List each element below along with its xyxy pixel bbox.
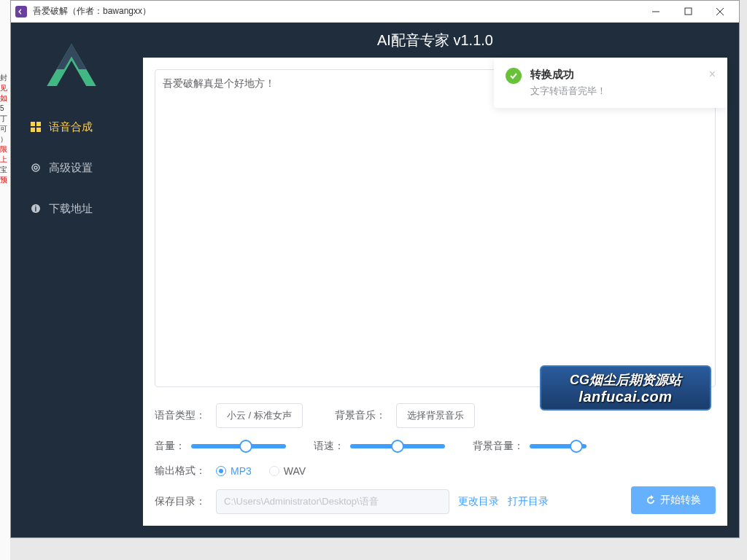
- radio-mp3[interactable]: MP3: [216, 465, 252, 477]
- start-convert-button[interactable]: 开始转换: [631, 486, 716, 514]
- watermark: CG烟尘后期资源站 lanfucai.com: [540, 365, 711, 411]
- save-dir-label: 保存目录：: [155, 495, 207, 508]
- start-button-label: 开始转换: [660, 494, 701, 507]
- output-format-label: 输出格式：: [155, 464, 207, 478]
- speed-slider[interactable]: [350, 444, 445, 448]
- bg-music-select[interactable]: 选择背景音乐: [396, 403, 475, 428]
- open-dir-link[interactable]: 打开目录: [508, 495, 549, 508]
- minimize-button[interactable]: [641, 1, 670, 22]
- success-icon: [506, 68, 522, 84]
- logo: [11, 23, 131, 106]
- grid-icon: [30, 121, 42, 133]
- nav-download[interactable]: i 下载地址: [11, 188, 131, 229]
- radio-wav[interactable]: WAV: [269, 465, 306, 477]
- nav-label: 语音合成: [49, 120, 93, 134]
- voice-type-select[interactable]: 小云 / 标准女声: [216, 403, 303, 428]
- svg-text:i: i: [35, 205, 37, 213]
- bg-volume-label: 背景音量：: [473, 440, 524, 453]
- nav-advanced-settings[interactable]: 高级设置: [11, 147, 131, 188]
- voice-type-label: 语音类型：: [155, 409, 207, 422]
- app-title: AI配音专家 v1.1.0: [131, 23, 739, 58]
- toast-close-button[interactable]: ×: [709, 68, 716, 81]
- save-dir-input: C:\Users\Administrator\Desktop\语音: [216, 489, 449, 514]
- svg-rect-1: [685, 8, 692, 15]
- sidebar: 语音合成 高级设置 i 下载地址: [11, 23, 131, 537]
- bg-music-label: 背景音乐：: [335, 409, 387, 422]
- nav-voice-synthesis[interactable]: 语音合成: [11, 106, 131, 147]
- svg-marker-5: [56, 44, 85, 69]
- svg-rect-6: [31, 122, 35, 126]
- speed-label: 语速：: [314, 440, 344, 453]
- svg-rect-7: [36, 122, 41, 126]
- nav-label: 高级设置: [49, 161, 93, 175]
- app-icon: [15, 6, 27, 18]
- titlebar-title: 吾爱破解（作者：bawangxx）: [33, 5, 641, 18]
- svg-rect-9: [36, 128, 41, 132]
- refresh-icon: [646, 495, 656, 505]
- toast-message: 文字转语音完毕！: [530, 85, 700, 98]
- radio-icon: [216, 466, 226, 476]
- app-window: 吾爱破解（作者：bawangxx）: [10, 0, 740, 538]
- volume-slider[interactable]: [191, 444, 286, 448]
- svg-point-11: [34, 166, 37, 169]
- text-input[interactable]: [155, 70, 715, 386]
- radio-label: MP3: [231, 465, 252, 477]
- bg-volume-slider[interactable]: [530, 444, 587, 448]
- radio-icon: [269, 466, 279, 476]
- radio-label: WAV: [284, 465, 306, 477]
- close-button[interactable]: [705, 1, 735, 22]
- toast-notification: 转换成功 文字转语音完毕！ ×: [494, 58, 727, 108]
- maximize-button[interactable]: [673, 1, 703, 22]
- volume-label: 音量：: [155, 440, 185, 453]
- svg-point-10: [32, 164, 39, 171]
- nav-label: 下载地址: [49, 202, 93, 216]
- gear-icon: [30, 162, 42, 174]
- svg-rect-8: [31, 128, 35, 132]
- titlebar: 吾爱破解（作者：bawangxx）: [11, 1, 739, 23]
- toast-title: 转换成功: [530, 68, 700, 82]
- info-icon: i: [30, 203, 42, 214]
- change-dir-link[interactable]: 更改目录: [458, 495, 499, 508]
